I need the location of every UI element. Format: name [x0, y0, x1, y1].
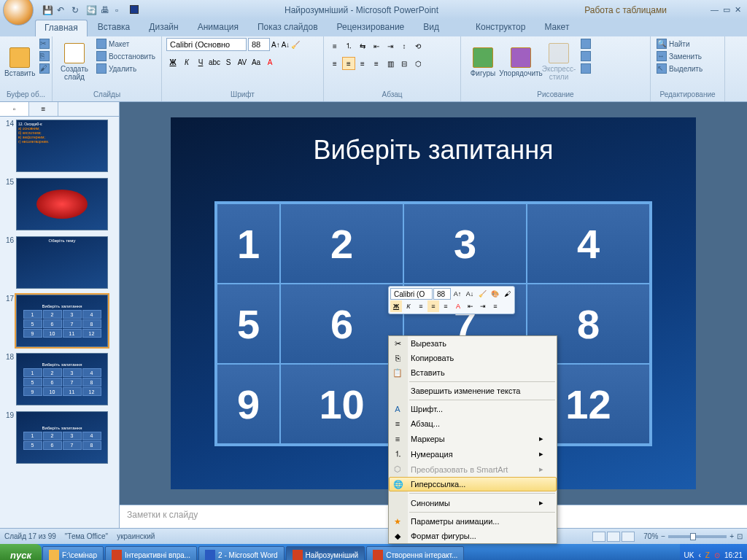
line-spacing-button[interactable]: ↕ — [398, 39, 411, 52]
cell-3[interactable]: 3 — [403, 203, 527, 284]
mini-italic-button[interactable]: К — [403, 300, 414, 312]
align-left-button[interactable]: ≡ — [328, 57, 341, 70]
ctx-end-edit[interactable]: Завершить изменение текста — [389, 384, 557, 398]
ctx-paragraph[interactable]: ≡Абзац... — [389, 416, 557, 431]
fit-button[interactable]: ⊡ — [737, 532, 743, 540]
tab-review[interactable]: Рецензирование — [328, 20, 414, 36]
color-swatch-icon[interactable] — [130, 5, 139, 14]
maximize-button[interactable]: ▭ — [723, 5, 730, 15]
grow-font-icon[interactable]: A↑ — [271, 41, 280, 49]
tab-table-design[interactable]: Конструктор — [467, 20, 534, 36]
text-direction-button[interactable]: ⟲ — [411, 39, 425, 52]
slides-tab[interactable]: ▫ — [0, 102, 29, 116]
mini-indent-dec-button[interactable]: ⇤ — [465, 300, 476, 312]
copy-button[interactable]: ⎘ — [38, 50, 51, 62]
align-right-button[interactable]: ≡ — [356, 57, 369, 70]
thumb-14[interactable]: 12. Оксиди0-к:а) основним;б) кислотним;в… — [16, 120, 108, 172]
cell-1[interactable]: 1 — [217, 203, 280, 284]
spacing-button[interactable]: AV — [236, 55, 249, 69]
status-lang[interactable]: украинский — [117, 532, 155, 540]
thumb-18[interactable]: Виберіть запитання123456789101112 — [16, 353, 108, 405]
ctx-copy[interactable]: ⎘Копировать — [389, 351, 557, 365]
underline-button[interactable]: Ч — [194, 55, 207, 69]
reset-button[interactable]: Восстановить — [95, 50, 157, 62]
minimize-button[interactable]: — — [711, 5, 719, 15]
decrease-indent-button[interactable]: ⇤ — [370, 39, 383, 52]
italic-button[interactable]: К — [180, 55, 193, 69]
ctx-font[interactable]: AШрифт... — [389, 402, 557, 416]
align-center-button[interactable]: ≡ — [342, 57, 355, 70]
slide-title[interactable]: Виберіть запитання — [171, 117, 696, 166]
close-button[interactable]: ✕ — [735, 5, 741, 15]
shrink-font-icon[interactable]: A↓ — [282, 41, 290, 49]
mini-font-combo[interactable]: Calibri (О — [390, 288, 433, 300]
tray-icon-1[interactable]: Z — [705, 551, 710, 559]
shapes-button[interactable]: Фигуры — [465, 38, 500, 86]
new-slide-button[interactable]: Создать слайд — [57, 38, 92, 86]
print-icon[interactable]: 🖶 — [101, 5, 111, 15]
strike-button[interactable]: abc — [208, 55, 221, 69]
bullets-button[interactable]: ≡ — [328, 39, 341, 52]
ctx-animation-params[interactable]: ★Параметры анимации... — [389, 514, 557, 529]
mini-bullets-button[interactable]: ≡ — [489, 300, 501, 312]
taskbar-item-4[interactable]: Найрозумніший — [286, 546, 365, 560]
shape-outline-button[interactable] — [579, 50, 592, 62]
increase-indent-button[interactable]: ⇥ — [384, 39, 397, 52]
tab-animation[interactable]: Анимация — [189, 20, 247, 36]
taskbar-item-3[interactable]: 2 - Microsoft Word — [198, 546, 285, 560]
font-color-button[interactable]: A — [263, 55, 276, 69]
zoom-out-button[interactable]: − — [661, 532, 665, 540]
thumb-15[interactable] — [16, 178, 108, 230]
replace-button[interactable]: ↔Заменить — [655, 50, 704, 62]
tray-icon-2[interactable]: ⊙ — [714, 551, 720, 559]
tab-insert[interactable]: Вставка — [89, 20, 139, 36]
ctx-hyperlink[interactable]: 🌐Гиперссылка... — [389, 477, 557, 491]
paste-button[interactable]: Вставить — [4, 38, 35, 86]
shape-effects-button[interactable] — [579, 63, 592, 74]
cell-6[interactable]: 6 — [280, 284, 403, 364]
ctx-cut[interactable]: ✂Вырезать — [389, 336, 557, 351]
format-painter-button[interactable]: 🖌 — [38, 63, 51, 74]
slideshow-view-button[interactable] — [622, 532, 635, 542]
ctx-bullets[interactable]: ≡Маркеры▸ — [389, 431, 557, 446]
clear-format-icon[interactable]: 🧹 — [291, 41, 300, 49]
mini-grow-font-icon[interactable]: A↑ — [452, 288, 463, 300]
taskbar-item-5[interactable]: Створення інтеракт... — [366, 546, 464, 560]
mini-bold-button[interactable]: Ж — [390, 300, 402, 312]
mini-shrink-font-icon[interactable]: A↓ — [464, 288, 476, 300]
font-size-combo[interactable]: 88 — [248, 38, 270, 51]
mini-align-center-button[interactable]: ≡ — [427, 300, 439, 312]
quick-styles-button[interactable]: Экспресс-стили — [541, 38, 576, 86]
taskbar-item-1[interactable]: F:\семінар — [42, 546, 104, 560]
cell-5[interactable]: 5 — [217, 284, 280, 364]
arrange-button[interactable]: Упорядочить — [503, 38, 538, 86]
tray-clock[interactable]: 16:21 — [724, 551, 743, 559]
smartart-button[interactable]: ⬡ — [411, 57, 425, 70]
tab-table-layout[interactable]: Макет — [535, 20, 578, 36]
cut-button[interactable]: ✂ — [38, 38, 51, 50]
save-icon[interactable]: 💾 — [42, 5, 53, 15]
tab-design[interactable]: Дизайн — [140, 20, 187, 36]
shadow-button[interactable]: S — [222, 55, 235, 69]
tray-chevron-icon[interactable]: ‹ — [699, 551, 701, 559]
tab-view[interactable]: Вид — [414, 20, 448, 36]
outline-tab[interactable]: ≡ — [29, 102, 58, 116]
mini-font-color-button[interactable]: A — [452, 300, 464, 312]
cell-9[interactable]: 9 — [217, 364, 280, 444]
ctx-paste[interactable]: 📋Вставить — [389, 365, 557, 380]
columns-button[interactable]: ▥ — [384, 57, 397, 70]
mini-indent-inc-button[interactable]: ⇥ — [477, 300, 489, 312]
justify-button[interactable]: ≡ — [370, 57, 383, 70]
mini-clear-icon[interactable]: 🧹 — [476, 288, 488, 300]
tray-lang[interactable]: UK — [684, 551, 694, 559]
cell-4[interactable]: 4 — [527, 203, 650, 284]
font-name-combo[interactable]: Calibri (Основно — [166, 38, 247, 51]
tab-slideshow[interactable]: Показ слайдов — [249, 20, 327, 36]
mini-format-painter-icon[interactable]: 🖌 — [501, 288, 513, 300]
ctx-synonyms[interactable]: Синонимы▸ — [389, 495, 557, 510]
zoom-value[interactable]: 70% — [643, 532, 658, 540]
select-button[interactable]: ↖Выделить — [655, 63, 704, 74]
mini-size-combo[interactable]: 88 — [433, 288, 451, 300]
find-button[interactable]: 🔍Найти — [655, 38, 704, 50]
ctx-numbering[interactable]: ⒈Нумерация▸ — [389, 446, 557, 462]
